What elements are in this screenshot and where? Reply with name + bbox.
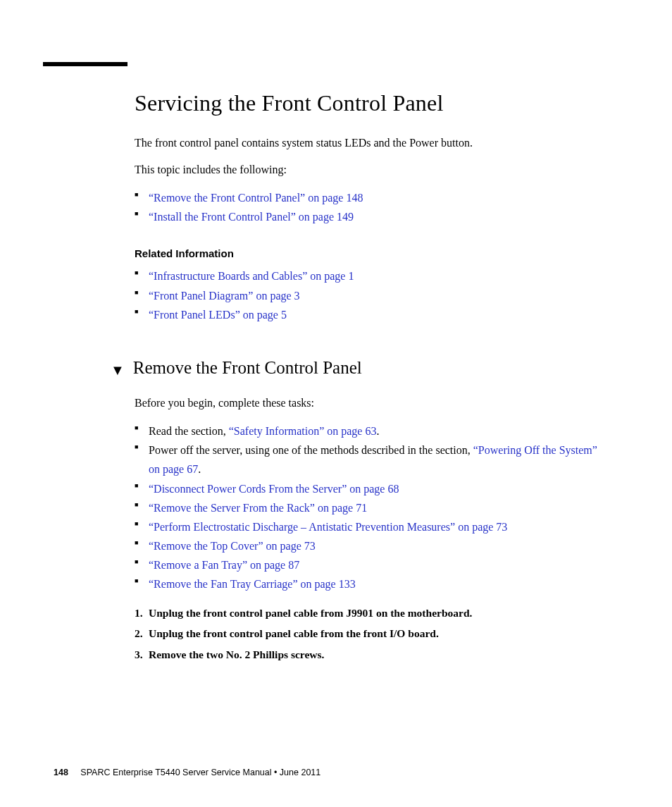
section-rule (43, 62, 127, 66)
list-item: “Perform Electrostatic Discharge – Antis… (135, 517, 609, 536)
xref-link[interactable]: “Disconnect Power Cords From the Server”… (149, 483, 399, 495)
xref-link[interactable]: “Remove a Fan Tray” on page 87 (149, 559, 299, 571)
related-info-heading: Related Information (135, 247, 609, 259)
list-item: “Infrastructure Boards and Cables” on pa… (135, 266, 609, 285)
xref-link[interactable]: “Safety Information” on page 63 (229, 425, 377, 437)
list-item: “Remove a Fan Tray” on page 87 (135, 555, 609, 574)
xref-link[interactable]: “Install the Front Control Panel” on pag… (149, 211, 354, 223)
list-item: “Front Panel LEDs” on page 5 (135, 305, 609, 324)
xref-link[interactable]: “Remove the Fan Tray Carriage” on page 1… (149, 578, 356, 590)
footer-text: SPARC Enterprise T5440 Server Service Ma… (80, 768, 321, 777)
procedure-heading-row: ▼ Remove the Front Control Panel (111, 358, 609, 378)
page-footer: 148 SPARC Enterprise T5440 Server Servic… (54, 768, 321, 777)
list-item: “Remove the Front Control Panel” on page… (135, 188, 609, 207)
xref-link[interactable]: “Perform Electrostatic Discharge – Antis… (149, 521, 507, 533)
prerequisite-list: Read the section, “Safety Information” o… (135, 421, 609, 594)
text-run: Read the section, (149, 425, 229, 437)
list-item: “Remove the Top Cover” on page 73 (135, 536, 609, 555)
procedure-title: Remove the Front Control Panel (133, 358, 362, 378)
text-run: . (198, 463, 201, 475)
list-item: Read the section, “Safety Information” o… (135, 421, 609, 441)
xref-link[interactable]: “Front Panel Diagram” on page 3 (149, 290, 300, 302)
text-run: . (376, 425, 379, 437)
intro-paragraph-1: The front control panel contains system … (135, 135, 609, 152)
list-item: “Remove the Server From the Rack” on pag… (135, 498, 609, 517)
list-item: “Install the Front Control Panel” on pag… (135, 207, 609, 226)
list-item: “Front Panel Diagram” on page 3 (135, 286, 609, 305)
intro-paragraph-2: This topic includes the following: (135, 161, 609, 178)
list-item: Power off the server, using one of the m… (135, 441, 609, 479)
related-link-list: “Infrastructure Boards and Cables” on pa… (135, 266, 609, 324)
page-number: 148 (54, 768, 68, 777)
xref-link[interactable]: “Front Panel LEDs” on page 5 (149, 309, 287, 321)
step-item: Unplug the front control panel cable fro… (135, 603, 609, 623)
xref-link[interactable]: “Remove the Top Cover” on page 73 (149, 540, 316, 552)
triangle-down-icon: ▼ (111, 363, 125, 377)
xref-link[interactable]: “Remove the Front Control Panel” on page… (149, 192, 363, 204)
list-item: “Remove the Fan Tray Carriage” on page 1… (135, 574, 609, 593)
step-item: Unplug the front control panel cable fro… (135, 623, 609, 643)
before-tasks-text: Before you begin, complete these tasks: (135, 395, 609, 412)
page-title: Servicing the Front Control Panel (135, 90, 609, 116)
procedure-steps: Unplug the front control panel cable fro… (135, 603, 609, 665)
step-item: Remove the two No. 2 Phillips screws. (135, 644, 609, 665)
xref-link[interactable]: “Remove the Server From the Rack” on pag… (149, 502, 367, 514)
xref-link[interactable]: “Infrastructure Boards and Cables” on pa… (149, 270, 354, 282)
text-run: Power off the server, using one of the m… (149, 444, 473, 456)
topic-link-list: “Remove the Front Control Panel” on page… (135, 188, 609, 226)
list-item: “Disconnect Power Cords From the Server”… (135, 479, 609, 498)
main-column: Servicing the Front Control Panel The fr… (135, 90, 609, 665)
page-content: Servicing the Front Control Panel The fr… (0, 0, 672, 665)
